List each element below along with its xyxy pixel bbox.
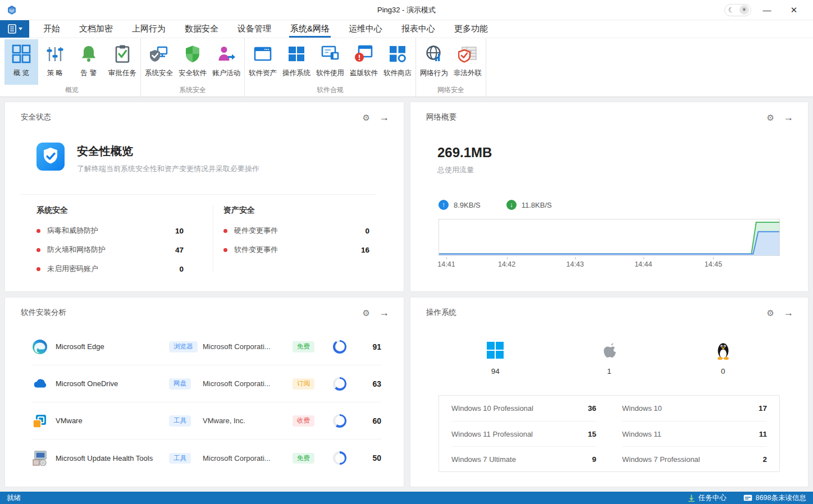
window-title: Ping32 - 演示模式 [0, 5, 813, 15]
gear-icon[interactable]: ⚙ [767, 113, 774, 122]
minimize-button[interactable]: — [756, 2, 778, 18]
axis-tick-label: 14:41 [437, 260, 455, 268]
theme-toggle[interactable]: ☾ ☀ [724, 4, 751, 16]
software-usage-monitor-icon [321, 44, 340, 63]
upload-arrow-icon: ↑ [439, 200, 449, 210]
vendor: VMware, Inc. [203, 416, 293, 425]
close-button[interactable]: ✕ [783, 2, 805, 18]
arrow-right-icon[interactable]: → [379, 112, 389, 122]
chevron-down-icon [19, 28, 22, 30]
ribbon-group-network-security: 网络行为 非法外联 网络安全 [416, 38, 486, 97]
ribbon-item-account-activity[interactable]: 账户活动 [209, 39, 243, 85]
price-badge: 免费 [293, 453, 314, 464]
divider [213, 205, 213, 273]
security-overview-shield-icon [36, 143, 65, 171]
axis-tick-mark [643, 257, 644, 259]
unread-messages-button[interactable]: 8698条未读信息 [743, 493, 806, 503]
total-traffic-value: 269.1MB [437, 145, 492, 161]
table-row[interactable]: Windows 10 Professional 36 [451, 396, 596, 421]
security-software-shield-icon [183, 44, 202, 63]
list-item[interactable]: 未启用密码账户 0 [36, 259, 184, 278]
task-center-button[interactable]: 任务中心 [688, 493, 727, 503]
axis-tick-mark [507, 257, 508, 259]
ribbon-item-software-asset[interactable]: 软件资产 [246, 39, 280, 85]
apple-logo-icon [599, 340, 619, 360]
edge-browser-icon [32, 339, 48, 355]
tab-web-behavior[interactable]: 上网行为 [122, 20, 175, 38]
operating-system-windows-icon [287, 44, 306, 63]
tab-more-features[interactable]: 更多功能 [445, 20, 497, 38]
ribbon-group-system-security: 系统安全 安全软件 账户活动 系统安全 [141, 38, 245, 97]
network-traffic-chart[interactable] [439, 219, 780, 256]
ribbon-item-pirated-software[interactable]: 盗版软件 [347, 39, 381, 85]
list-item[interactable]: 防火墙和网络防护 47 [36, 240, 184, 259]
tab-device-management[interactable]: 设备管理 [228, 20, 281, 38]
list-item[interactable]: 硬件变更事件 0 [223, 221, 369, 240]
app-menu-button[interactable] [0, 20, 29, 38]
category-badge: 工具 [169, 415, 191, 427]
ribbon-item-approval-tasks[interactable]: 审批任务 [106, 39, 139, 85]
title-bar: Ping32 - 演示模式 ☾ ☀ — ✕ [0, 0, 813, 20]
ribbon-item-illegal-connection[interactable]: 非法外联 [451, 39, 485, 85]
tab-ops-center[interactable]: 运维中心 [339, 20, 392, 38]
ribbon-group-label: 概览 [4, 85, 139, 97]
bullet-dot-icon [36, 229, 40, 233]
axis-tick-label: 14:45 [705, 260, 722, 268]
ribbon-item-software-usage[interactable]: 软件使用 [313, 39, 347, 85]
os-summary-apple: 1 [552, 340, 666, 375]
ribbon-item-system-security[interactable]: 系统安全 [142, 39, 176, 85]
software-store-icon [388, 44, 407, 63]
ribbon-item-policy[interactable]: 策 略 [38, 39, 72, 85]
panel-title: 安全状态 [21, 112, 51, 122]
table-row[interactable]: Windows 11 Professional 15 [451, 421, 596, 446]
tab-start[interactable]: 开始 [34, 20, 70, 38]
axis-tick-label: 14:42 [498, 260, 515, 268]
tab-report-center[interactable]: 报表中心 [392, 20, 445, 38]
pirated-software-warning-icon [354, 44, 373, 63]
price-badge: 订阅 [293, 378, 314, 390]
ribbon-item-software-store[interactable]: 软件商店 [381, 39, 414, 85]
list-item[interactable]: 病毒和威胁防护 10 [36, 221, 184, 240]
gear-icon[interactable]: ⚙ [363, 309, 370, 317]
download-tray-icon [688, 494, 695, 502]
security-overview-desc: 了解终端当前系统安全性和资产变更情况并采取必要操作 [77, 164, 259, 174]
software-row-onedrive[interactable]: Microsoft OneDrive 网盘 Microsoft Corporat… [32, 365, 381, 402]
ribbon-item-label: 软件资产 [249, 68, 277, 78]
account-activity-icon [217, 44, 236, 63]
ribbon-item-operating-system[interactable]: 操作系统 [280, 39, 313, 85]
bullet-dot-icon [36, 267, 40, 271]
ribbon-item-label: 策 略 [47, 68, 63, 78]
software-row-edge[interactable]: Microsoft Edge 浏览器 Microsoft Corporati..… [32, 328, 381, 365]
ribbon-item-label: 安全软件 [179, 68, 207, 78]
gear-icon[interactable]: ⚙ [363, 113, 370, 122]
table-row[interactable]: Windows 10 17 [622, 396, 767, 421]
arrow-right-icon[interactable]: → [379, 308, 389, 318]
os-summary-windows: 94 [439, 340, 552, 375]
tab-system-network[interactable]: 系统&网络 [281, 20, 339, 38]
section-asset-security: 资产安全 硬件变更事件 0 软件变更事件 16 [223, 205, 369, 259]
software-row-update-health-tools[interactable]: Microsoft Update Health Tools 工具 Microso… [32, 439, 381, 476]
tab-data-security[interactable]: 数据安全 [175, 20, 228, 38]
ribbon-item-label: 软件商店 [383, 68, 412, 78]
tab-document-encryption[interactable]: 文档加密 [70, 20, 122, 38]
table-row[interactable]: Windows 7 Professional 2 [622, 446, 767, 471]
ribbon-item-overview[interactable]: 概 览 [4, 39, 38, 85]
ribbon-item-alerts[interactable]: 告 警 [72, 39, 106, 85]
gear-icon[interactable]: ⚙ [767, 309, 774, 317]
ribbon-item-label: 概 览 [13, 68, 29, 78]
table-row[interactable]: Windows 11 11 [622, 421, 767, 446]
list-item[interactable]: 软件变更事件 16 [223, 240, 369, 259]
os-summary-linux: 0 [666, 340, 780, 375]
system-security-shield-icon [149, 44, 168, 63]
ribbon-item-security-software[interactable]: 安全软件 [176, 39, 209, 85]
security-overview-title: 安全性概览 [77, 144, 259, 159]
arrow-right-icon[interactable]: → [783, 112, 793, 122]
table-row[interactable]: Windows 7 Ultimate 9 [451, 446, 596, 471]
software-row-vmware[interactable]: VMware 工具 VMware, Inc. 收费 60 [32, 402, 381, 439]
bullet-dot-icon [223, 248, 227, 252]
section-title: 资产安全 [223, 205, 369, 216]
score-value: 63 [362, 379, 381, 388]
approval-clipboard-icon [113, 44, 132, 63]
arrow-right-icon[interactable]: → [783, 308, 793, 318]
ribbon-item-network-behavior[interactable]: 网络行为 [417, 39, 451, 85]
